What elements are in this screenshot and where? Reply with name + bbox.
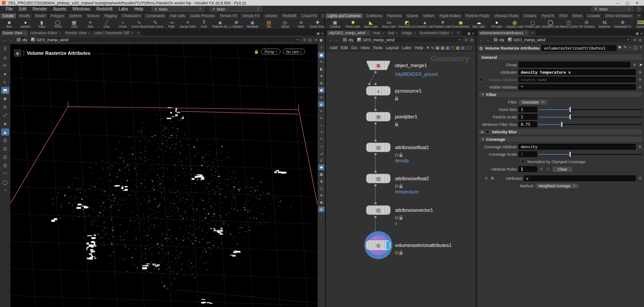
shelf-tool[interactable]: ▤ Tile [261,20,277,28]
shelf-tool[interactable]: ❋ L-System [228,20,244,28]
pin-icon[interactable]: ⇥ [633,38,637,42]
visible-volumes-field[interactable]: * [519,84,636,90]
attribute-rules-count-field[interactable]: 1 [519,166,537,172]
grid-snap-icon[interactable]: ▥ [445,46,449,50]
shelf-tab[interactable]: Texture [84,13,102,18]
shelf-tab[interactable]: Polygon [48,13,67,18]
close-icon[interactable]: × [451,31,453,35]
pane-tab[interactable]: /out× [386,30,400,36]
input-connector[interactable] [374,171,377,173]
input-connector[interactable] [374,202,377,204]
menu-item[interactable]: Add [328,45,339,50]
shelf-tool[interactable]: ■ Box [1,20,17,28]
list-view-icon[interactable]: ▤ [435,46,439,50]
viewport-canvas[interactable] [11,44,317,307]
chevron-down-icon[interactable]: ▾ [632,62,637,68]
shelf-tool[interactable]: ▣ Camera [326,20,344,28]
wire-shade-icon[interactable]: ✎ [318,59,324,65]
reorder-rule-icon[interactable]: ⇅ [490,176,495,181]
highquality-light-icon[interactable]: ◎ [318,94,324,100]
input-connector[interactable] [374,83,377,85]
node-attribnoisefloat1[interactable]: ▨ [366,143,391,152]
node-name-label[interactable]: pointjitter1 [395,114,417,119]
shelf-tool[interactable]: ⌨ Inputs [632,20,644,28]
view-region-icon[interactable]: ◠ [1,170,9,177]
lasso-icon[interactable]: ◯ [1,178,9,186]
forward-icon[interactable]: → [334,37,339,42]
delete-rule-icon[interactable]: ✕ [484,176,489,181]
sync-icon[interactable]: ◎ [308,38,312,42]
select-geometry-button[interactable]: ➤ [639,62,643,67]
close-icon[interactable]: × [59,31,61,35]
box-pick-icon[interactable]: ◳ [451,46,455,50]
chevron-down-icon[interactable]: ▾ [637,69,643,75]
min-filter-size-slider[interactable] [539,121,643,127]
section-general[interactable]: General [478,54,643,61]
radial-menu-select[interactable]: ⌘ Main ⇕ [591,6,633,12]
gear-icon[interactable]: ✱ [618,45,622,51]
pane-handle-icon[interactable]: ⠿ [1,45,9,52]
lock-camera-icon[interactable]: ◧ [318,66,324,72]
min-filter-size-field[interactable]: 0.75 [519,121,537,127]
menu-item[interactable]: Tools [371,45,384,50]
shelf-tab[interactable]: Simple FX [240,13,262,18]
numbers-icon[interactable]: ¹² [318,136,324,142]
back-icon[interactable]: ← [328,37,333,42]
chevron-down-icon[interactable]: ▾ [627,38,629,42]
shelf-tool[interactable]: ● GI Light [488,20,505,28]
new-pane-tab-button[interactable]: + [455,30,462,36]
close-button[interactable]: ✕ [635,1,639,5]
pane-tab[interactable]: volumerasterizeattributes1× [478,30,529,36]
coverage-scale-field[interactable]: 1 [519,151,537,157]
shelf-tool[interactable]: ▭ Area Light [380,20,398,28]
shelf-tab[interactable]: Guide Process [188,13,217,18]
node-attribnoisevector1[interactable]: ▨ [366,205,391,215]
chevron-down-icon[interactable]: ▾ [637,144,643,150]
link-badge-icon[interactable]: ① [464,38,468,42]
normalize-checkbox[interactable] [521,160,525,164]
select-tool-icon[interactable]: ↖ [1,79,9,86]
rotate-tool-icon[interactable]: ↻ [1,104,9,111]
close-icon[interactable]: × [24,31,26,35]
pane-tab[interactable]: /mat× [371,30,385,36]
pane-tab[interactable]: /stage× [400,30,417,36]
close-icon[interactable]: × [367,31,369,35]
close-icon[interactable]: × [131,31,133,35]
rule-attributes-field[interactable]: v [524,175,636,181]
add-shelf-tab-button[interactable]: + [635,13,642,18]
sync-icon[interactable]: ◎ [638,38,642,42]
node-name-label[interactable]: volumerasterizeattributes1 [395,243,452,248]
minimize-button[interactable]: — [616,1,619,5]
disable-icon[interactable]: ⊗ [318,73,324,79]
shelf-tool[interactable]: ▢ Portal Light [524,20,541,28]
help-button[interactable]: ? [637,7,641,11]
method-dropdown[interactable]: Weighted Average⇕ [535,183,579,189]
shelf-tab[interactable]: Create [0,13,17,18]
shelf-tab[interactable]: Terrain FX [217,13,240,18]
tiny-icon[interactable]: ◦ [318,214,324,219]
shelf-tool[interactable]: ▲ Volume Light [416,20,434,28]
shelf-tab[interactable]: Constraints [143,13,167,18]
recover-tool-icon[interactable]: ◬ [1,54,9,61]
translate-tool-icon[interactable]: ✥ [1,95,9,102]
pane-maximize-icon[interactable]: ◼ [636,32,639,36]
shelf-tool[interactable]: ◉ Metaball [245,20,260,28]
new-pane-tab-button[interactable]: + [529,30,536,36]
color-palette-icon[interactable]: ▦ [441,46,445,50]
pane-menu-icon[interactable]: ▾ [321,32,323,36]
handles-tool-icon[interactable]: ▲ [1,129,9,136]
velocity-blur-checkbox[interactable] [485,130,489,134]
filter-dropdown[interactable]: Gaussian⇕ [519,99,548,105]
shelf-tool[interactable]: ⇆ Switcher [596,20,613,28]
shelf-tab[interactable]: Model [33,13,48,18]
input-connector[interactable] [374,139,377,142]
menu-item[interactable]: Labs [400,45,413,50]
lighting-icon[interactable]: ◉ [318,87,324,93]
align-icon[interactable]: ≒ [431,46,434,50]
desktop-select[interactable]: ⊕ Main ⇕ [210,6,262,12]
background-image-icon[interactable]: ▧ [461,46,465,50]
shelf-tab[interactable]: PyroFX [539,13,557,18]
shelf-tool[interactable]: ◩ Geometry Light [398,20,416,28]
add-instance-button[interactable]: + [539,166,544,172]
close-icon[interactable]: × [414,31,416,35]
